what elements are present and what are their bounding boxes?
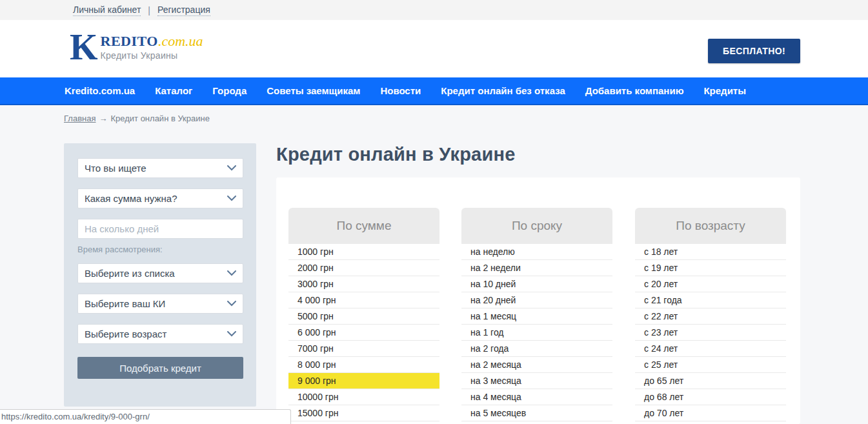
review-time-label: Время рассмотрения: — [77, 245, 163, 254]
nav-item-0[interactable]: Kredito.com.ua — [65, 85, 135, 96]
link-row[interactable]: на 2 месяца — [461, 357, 612, 373]
nav-menu: Kredito.com.uaКаталогГородаСоветы заемщи… — [0, 77, 868, 105]
what-select-value: Что вы ищете — [85, 163, 146, 174]
logo-name: REDITO — [101, 33, 158, 49]
breadcrumb-current: Кредит онлайн в Украине — [110, 114, 209, 123]
what-select[interactable]: Что вы ищете — [77, 158, 243, 178]
credit-history-select[interactable]: Выберите ваш КИ — [77, 294, 243, 314]
link-row[interactable]: с 19 лет — [635, 260, 786, 276]
link-row[interactable]: с 18 лет — [635, 244, 786, 260]
logo-k-letter: K — [70, 32, 98, 63]
column-header: По возрасту — [635, 208, 786, 244]
chevron-down-icon — [227, 301, 236, 307]
link-row[interactable]: 15000 грн — [288, 405, 439, 421]
review-time-select-value: Выберите из списка — [85, 268, 175, 279]
link-columns: По сумме1000 грн2000 грн3000 грн4 000 гр… — [276, 177, 800, 424]
amount-select-value: Какая сумма нужна? — [85, 193, 177, 204]
link-row[interactable]: 7000 грн — [288, 341, 439, 357]
nav-item-5[interactable]: Кредит онлайн без отказа — [441, 85, 565, 96]
link-column-0: По сумме1000 грн2000 грн3000 грн4 000 гр… — [288, 208, 439, 421]
account-link[interactable]: Личный кабинет — [73, 5, 141, 16]
link-column-2: По возрастус 18 летс 19 летс 20 летс 21 … — [635, 208, 786, 421]
age-select-value: Выберите возраст — [85, 328, 167, 339]
chevron-down-icon — [227, 196, 236, 201]
column-header: По сроку — [461, 208, 612, 244]
logo-line: REDITO.com.ua — [101, 34, 203, 49]
credit-history-select-value: Выберите ваш КИ — [85, 298, 165, 309]
link-row[interactable]: с 22 лет — [635, 308, 786, 325]
link-row[interactable]: с 23 лет — [635, 325, 786, 341]
nav-item-4[interactable]: Новости — [380, 85, 421, 96]
breadcrumb-arrow: → — [99, 114, 107, 123]
link-row[interactable]: на 5 месяцев — [461, 405, 612, 421]
link-row[interactable]: 1000 грн — [288, 244, 439, 260]
link-row[interactable]: на 1 месяц — [461, 308, 612, 325]
logo-text: REDITO.com.ua Кредиты Украины — [101, 32, 203, 63]
link-row[interactable]: 4 000 грн — [288, 292, 439, 308]
browser-status-bar: https://kredito.com.ua/kredity/9-000-grn… — [0, 409, 291, 424]
link-row[interactable]: на неделю — [461, 244, 612, 260]
link-row[interactable]: на 10 дней — [461, 276, 612, 292]
nav-item-2[interactable]: Города — [212, 85, 247, 96]
nav-item-6[interactable]: Добавить компанию — [585, 85, 684, 96]
nav-item-3[interactable]: Советы заемщикам — [267, 85, 360, 96]
site-logo[interactable]: K REDITO.com.ua Кредиты Украины — [70, 32, 203, 63]
link-row[interactable]: 8 000 грн — [288, 357, 439, 373]
logo-tagline: Кредиты Украины — [101, 50, 203, 61]
breadcrumb-home-link[interactable]: Главная — [64, 114, 96, 123]
link-row[interactable]: до 70 лет — [635, 405, 786, 421]
link-row[interactable]: 10000 грн — [288, 389, 439, 405]
link-row[interactable]: 5000 грн — [288, 308, 439, 325]
days-field — [77, 219, 243, 239]
link-column-1: По срокуна неделюна 2 неделина 10 днейна… — [461, 208, 612, 421]
chevron-down-icon — [227, 165, 236, 171]
link-row[interactable]: на 2 недели — [461, 260, 612, 276]
page-title: Кредит онлайн в Украине — [276, 144, 515, 165]
free-cta-button[interactable]: БЕСПЛАТНО! — [708, 39, 800, 63]
site-header: K REDITO.com.ua Кредиты Украины БЕСПЛАТН… — [0, 20, 868, 77]
link-row[interactable]: до 65 лет — [635, 373, 786, 389]
link-row[interactable]: 9 000 грн — [288, 373, 439, 389]
link-row[interactable]: на 2 года — [461, 341, 612, 357]
link-row[interactable]: 3000 грн — [288, 276, 439, 292]
logo-domain: .com.ua — [158, 33, 203, 49]
link-row[interactable]: на 1 год — [461, 325, 612, 341]
register-link[interactable]: Регистрация — [157, 5, 210, 16]
topbar: Личный кабинет | Регистрация — [0, 0, 868, 20]
chevron-down-icon — [227, 331, 236, 337]
days-input[interactable] — [85, 223, 236, 234]
amount-select[interactable]: Какая сумма нужна? — [77, 188, 243, 208]
link-row[interactable]: на 3 месяца — [461, 373, 612, 389]
link-row[interactable]: с 25 лет — [635, 357, 786, 373]
nav-item-1[interactable]: Каталог — [155, 85, 192, 96]
link-row[interactable]: до 68 лет — [635, 389, 786, 405]
breadcrumb: Главная→Кредит онлайн в Украине — [64, 114, 210, 123]
link-row[interactable]: с 24 лет — [635, 341, 786, 357]
link-row[interactable]: на 4 месяца — [461, 389, 612, 405]
topbar-separator: | — [148, 5, 150, 15]
review-time-select[interactable]: Выберите из списка — [77, 263, 243, 283]
age-select[interactable]: Выберите возраст — [77, 324, 243, 344]
nav-item-7[interactable]: Кредиты — [703, 85, 746, 96]
link-row[interactable]: с 21 года — [635, 292, 786, 308]
filter-sidebar: Что вы ищете Какая сумма нужна? Время ра… — [64, 143, 256, 407]
link-row[interactable]: 2000 грн — [288, 260, 439, 276]
link-row[interactable]: с 20 лет — [635, 276, 786, 292]
column-header: По сумме — [288, 208, 439, 244]
chevron-down-icon — [227, 270, 236, 276]
link-row[interactable]: на 20 дней — [461, 292, 612, 308]
link-row[interactable]: 6 000 грн — [288, 325, 439, 341]
find-credit-button[interactable]: Подобрать кредит — [77, 357, 243, 379]
